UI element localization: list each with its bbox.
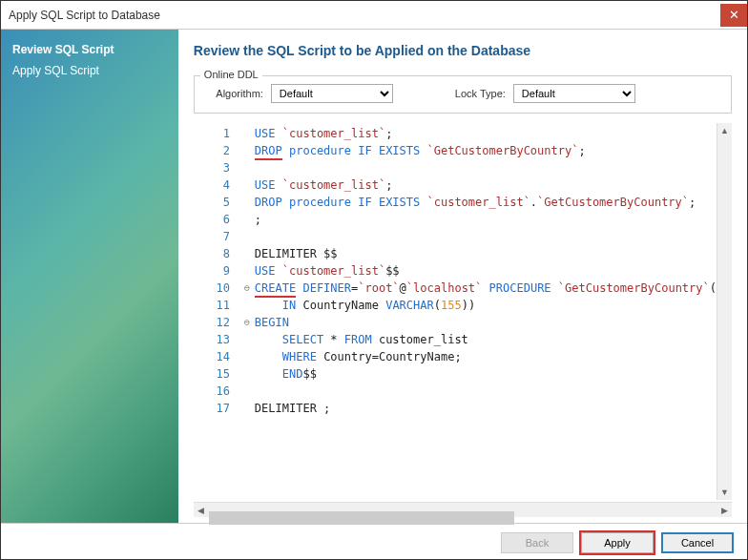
algorithm-label: Algorithm: xyxy=(206,88,263,99)
window-title: Apply SQL Script to Database xyxy=(9,9,160,22)
scroll-thumb[interactable] xyxy=(209,511,514,525)
locktype-select[interactable]: Default xyxy=(513,84,635,103)
sidebar-item-review[interactable]: Review SQL Script xyxy=(12,39,167,60)
online-ddl-group: Online DDL Algorithm: Default Lock Type:… xyxy=(194,75,732,114)
main-panel: Review the SQL Script to be Applied on t… xyxy=(178,30,747,523)
apply-button[interactable]: Apply xyxy=(581,532,654,553)
scroll-down-icon[interactable]: ▼ xyxy=(717,485,732,500)
horizontal-scrollbar[interactable]: ◀ ▶ xyxy=(194,502,732,517)
footer: Back Apply Cancel xyxy=(1,523,747,560)
scroll-right-icon[interactable]: ▶ xyxy=(717,506,732,515)
fold-column xyxy=(239,123,255,500)
titlebar: Apply SQL Script to Database ✕ xyxy=(1,1,747,30)
sidebar-item-apply[interactable]: Apply SQL Script xyxy=(12,60,167,81)
algorithm-select[interactable]: Default xyxy=(271,84,393,103)
locktype-label: Lock Type: xyxy=(429,88,506,99)
sidebar: Review SQL Script Apply SQL Script xyxy=(1,30,178,523)
back-button: Back xyxy=(501,532,573,553)
scroll-left-icon[interactable]: ◀ xyxy=(194,506,209,515)
close-button[interactable]: ✕ xyxy=(720,4,747,27)
code-content[interactable]: USE `customer_list`;DROP procedure IF EX… xyxy=(255,123,717,500)
page-title: Review the SQL Script to be Applied on t… xyxy=(194,43,732,58)
cancel-button[interactable]: Cancel xyxy=(661,532,734,553)
scroll-up-icon[interactable]: ▲ xyxy=(717,123,732,138)
code-editor[interactable]: 1234567891011121314151617 USE `customer_… xyxy=(194,123,732,500)
ddl-legend: Online DDL xyxy=(200,69,262,80)
line-gutter: 1234567891011121314151617 xyxy=(194,123,239,500)
vertical-scrollbar[interactable]: ▲ ▼ xyxy=(717,123,732,500)
